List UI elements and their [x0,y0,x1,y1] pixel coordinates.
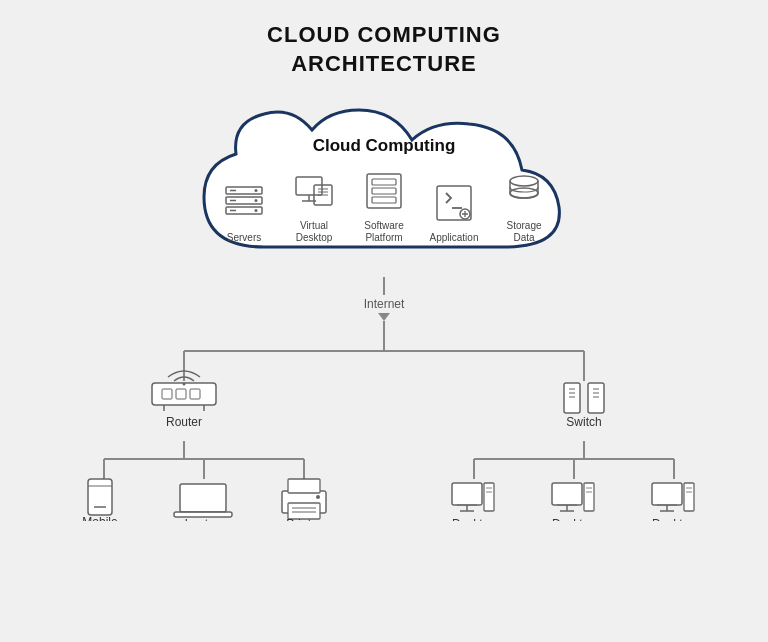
svg-rect-83 [584,483,594,511]
svg-text:Desktop: Desktop [652,517,696,521]
network-layout: Router Switch Mobile Laptop [44,321,724,525]
cloud-content: Cloud Computing [174,92,594,277]
diagram-title: CLOUD COMPUTING ARCHITECTURE [267,21,501,78]
application-icon [426,178,482,228]
svg-text:Printer: Printer [286,517,321,521]
svg-text:Mobile: Mobile [82,515,118,521]
svg-rect-71 [452,483,482,505]
svg-rect-48 [588,383,604,413]
storage-data-icon [496,166,552,216]
svg-rect-87 [652,483,682,505]
svg-rect-91 [684,483,694,511]
svg-rect-75 [484,483,494,511]
service-storage-data: StorageData [496,166,552,244]
svg-point-1 [255,189,258,192]
svg-rect-47 [564,383,580,413]
svg-rect-18 [372,188,396,194]
software-platform-icon [356,166,412,216]
cloud-label: Cloud Computing [313,136,456,156]
svg-point-43 [183,383,186,386]
svg-point-24 [510,188,538,198]
internet-label: Internet [364,297,405,311]
svg-rect-79 [552,483,582,505]
svg-rect-17 [372,179,396,185]
service-software-platform: SoftwarePlatform [356,166,412,244]
svg-point-23 [510,176,538,186]
svg-point-5 [255,209,258,212]
svg-point-69 [316,495,320,499]
virtual-desktop-label: VirtualDesktop [296,220,333,244]
servers-label: Servers [227,232,261,244]
svg-rect-65 [288,479,320,493]
service-application: Application [426,178,482,244]
cloud-shape: Cloud Computing [174,92,594,277]
svg-text:Desktop: Desktop [552,517,596,521]
svg-text:Desktop: Desktop [452,517,496,521]
cloud-to-internet-line [383,277,385,295]
cloud-services: Servers V [216,166,552,244]
svg-rect-60 [180,484,226,512]
internet-section: Internet [364,277,405,321]
service-servers: Servers [216,178,272,244]
software-platform-label: SoftwarePlatform [364,220,403,244]
network-lines-svg: Router Switch Mobile Laptop [44,321,724,521]
svg-point-3 [255,199,258,202]
svg-rect-56 [88,479,112,515]
svg-text:Laptop: Laptop [185,517,222,521]
virtual-desktop-icon [286,166,342,216]
svg-rect-20 [437,186,471,220]
svg-text:Switch: Switch [566,415,601,429]
diagram-container: CLOUD COMPUTING ARCHITECTURE Cloud Compu… [14,11,754,631]
svg-rect-19 [372,197,396,203]
storage-data-label: StorageData [506,220,541,244]
application-label: Application [430,232,479,244]
svg-text:Router: Router [166,415,202,429]
service-virtual-desktop: VirtualDesktop [286,166,342,244]
servers-icon [216,178,272,228]
internet-arrow [378,313,390,321]
